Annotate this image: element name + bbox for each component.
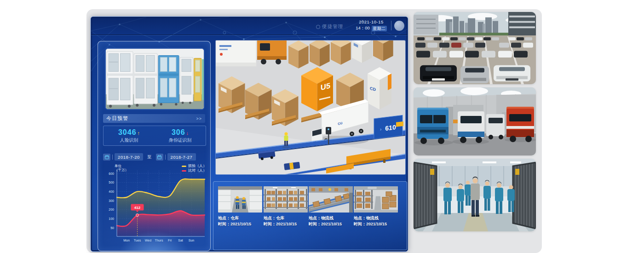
date-range-filter: 2018-7-20 至 2018-7-27 (103, 153, 205, 161)
today-alert-title: 今日预警 (106, 115, 128, 122)
datetime-display: 2021-10-15 14：00 星期二 (353, 19, 389, 31)
cabinet-photo-illustration (106, 49, 204, 109)
photo-truck-fleet[interactable] (414, 87, 536, 155)
svg-text:400: 400 (109, 190, 114, 193)
right-gate (513, 162, 536, 229)
svg-text:100: 100 (109, 217, 114, 220)
face-recognition-count: 3046 (118, 128, 137, 137)
end-calendar-button[interactable] (156, 154, 163, 161)
svg-text:Thurs: Thurs (155, 239, 163, 242)
chart-unit-label: 单位 （千万） (115, 164, 128, 172)
app-logo-icon (316, 25, 320, 29)
svg-text:Sat: Sat (178, 239, 183, 242)
app-title: 便捷管理 (316, 23, 343, 30)
dashboard-header: 便捷管理 2021-10-15 14：00 星期二 (91, 17, 408, 35)
svg-text:500: 500 (109, 181, 114, 184)
svg-text:200: 200 (109, 208, 114, 211)
left-gate (414, 162, 437, 229)
svg-text:600: 600 (109, 172, 114, 175)
header-divider (391, 21, 391, 30)
camera-thumbnail-1[interactable] (218, 186, 262, 213)
time-text: 14：00 (356, 25, 370, 31)
camera-item-4: 地点：物流线 时间：2021/10/15 (354, 186, 398, 227)
svg-text:›: › (380, 126, 381, 132)
camera-item-1: 地点：仓库 时间：2021/10/15 (218, 186, 262, 227)
start-date-input[interactable]: 2018-7-20 (115, 153, 143, 161)
svg-text:Sun: Sun (189, 239, 195, 242)
legend-dash-compare (182, 170, 186, 172)
camera-location: 地点：仓库 (218, 215, 262, 221)
trend-chart: 单位 （千万） 抓拍（人） 比对（人） (101, 164, 207, 247)
truck-fleet-illustration (414, 87, 536, 155)
id-card-stat: 306 ↓ 身份证识别 (155, 126, 206, 145)
conveyor-line-illustration (309, 186, 353, 213)
main-camera-feed: U5 CD (216, 40, 405, 174)
camera-time: 时间：2021/10/15 (309, 221, 353, 227)
warehouse-storage-illustration (354, 186, 398, 213)
end-date-input[interactable]: 2018-7-27 (167, 153, 196, 161)
camera-wall-panel: 地点：仓库 时间：2021/10/15 (213, 181, 407, 250)
photo-parking-lot[interactable] (414, 12, 536, 84)
svg-text:Mon: Mon (123, 239, 130, 242)
weekday-badge: 星期二 (372, 26, 387, 31)
front-row-cars (420, 65, 530, 83)
svg-text:610: 610 (385, 123, 396, 132)
blue-610-sign: › 610 (374, 115, 402, 139)
date-range-separator: 至 (147, 154, 152, 160)
svg-text:412: 412 (134, 206, 141, 210)
svg-text:Fri: Fri (168, 239, 172, 242)
svg-text:300: 300 (109, 199, 114, 202)
legend-label-capture: 抓拍（人） (188, 164, 207, 168)
divider (112, 155, 113, 160)
camera-location: 地点：物流线 (354, 215, 398, 221)
camera-location: 地点：仓库 (264, 215, 308, 221)
dashboard: 便捷管理 2021-10-15 14：00 星期二 (91, 17, 408, 252)
id-card-count: 306 (172, 128, 185, 137)
calendar-icon (105, 155, 109, 159)
start-calendar-button[interactable] (103, 154, 110, 161)
date-text: 2021-10-15 (353, 19, 389, 24)
camera-item-2: 地点：仓库 时间：2021/10/15 (264, 186, 308, 227)
divider (165, 155, 166, 160)
camera-location: 地点：物流线 (309, 215, 353, 221)
camera-item-3: 地点：物流线 时间：2021/10/15 (309, 186, 353, 227)
parking-lot-illustration (414, 12, 536, 84)
warehouse-aisle-illustration (218, 186, 262, 213)
warehouse-yard-illustration: U5 CD (216, 40, 405, 174)
face-recognition-stat: 3046 ↑ 人脸识别 (104, 126, 155, 145)
id-card-label: 身份证识别 (169, 137, 192, 144)
cabinet-photo[interactable] (105, 48, 205, 110)
svg-text:Wed: Wed (145, 239, 151, 242)
trend-chart-svg: 60050040030020010050MonTuesWedThursFriSa… (101, 164, 207, 245)
app-canvas: 便捷管理 2021-10-15 14：00 星期二 (86, 9, 542, 253)
orange-u5-container: U5 (301, 67, 333, 111)
legend-label-compare: 比对（人） (188, 168, 207, 173)
left-panel: 今日预警 >> 3046 ↑ 人脸识别 306 ↓ 身份证识别 (98, 41, 211, 251)
alert-stats-box: 3046 ↑ 人脸识别 306 ↓ 身份证识别 (103, 126, 206, 146)
user-avatar[interactable] (394, 21, 404, 31)
photo-workers-gate[interactable] (414, 159, 536, 231)
trend-down-icon: ↓ (186, 130, 189, 136)
camera-thumbnail-4[interactable] (354, 186, 398, 213)
calendar-icon (157, 155, 161, 159)
camera-time: 时间：2021/10/15 (218, 221, 262, 227)
white-cd-stack: CD (368, 67, 391, 109)
trend-up-icon: ↑ (138, 130, 140, 136)
today-alert-bar: 今日预警 >> (103, 114, 205, 123)
svg-text:Tues: Tues (134, 239, 141, 242)
camera-thumbnail-2[interactable] (264, 186, 308, 213)
shelving-illustration (264, 186, 308, 213)
truck-red (506, 107, 534, 142)
face-recognition-label: 人脸识别 (120, 137, 138, 144)
svg-text:50: 50 (110, 226, 114, 230)
app-title-text: 便捷管理 (322, 23, 343, 30)
camera-time: 时间：2021/10/15 (264, 221, 308, 227)
legend-dash-capture (182, 166, 186, 167)
camera-time: 时间：2021/10/15 (354, 221, 398, 227)
camera-thumbnail-3[interactable] (309, 186, 353, 213)
chart-legend: 抓拍（人） 比对（人） (182, 164, 207, 173)
workers-gate-illustration (414, 159, 536, 231)
white-container-topleft (216, 40, 256, 66)
more-button[interactable]: >> (196, 116, 202, 121)
